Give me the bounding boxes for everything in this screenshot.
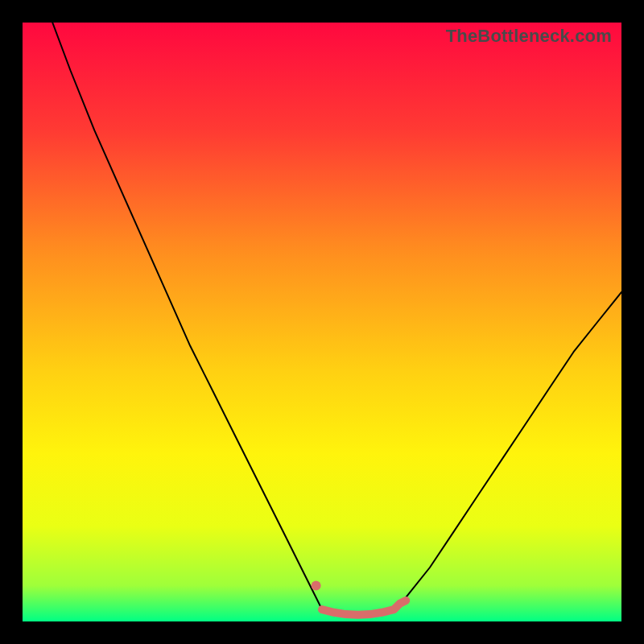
watermark-text: TheBottleneck.com [446, 26, 612, 47]
chart-svg [23, 23, 621, 621]
chart-frame: TheBottleneck.com [23, 23, 621, 621]
chart-background [23, 23, 621, 621]
marker-left-dot [312, 580, 321, 590]
chart-markers [312, 580, 321, 590]
